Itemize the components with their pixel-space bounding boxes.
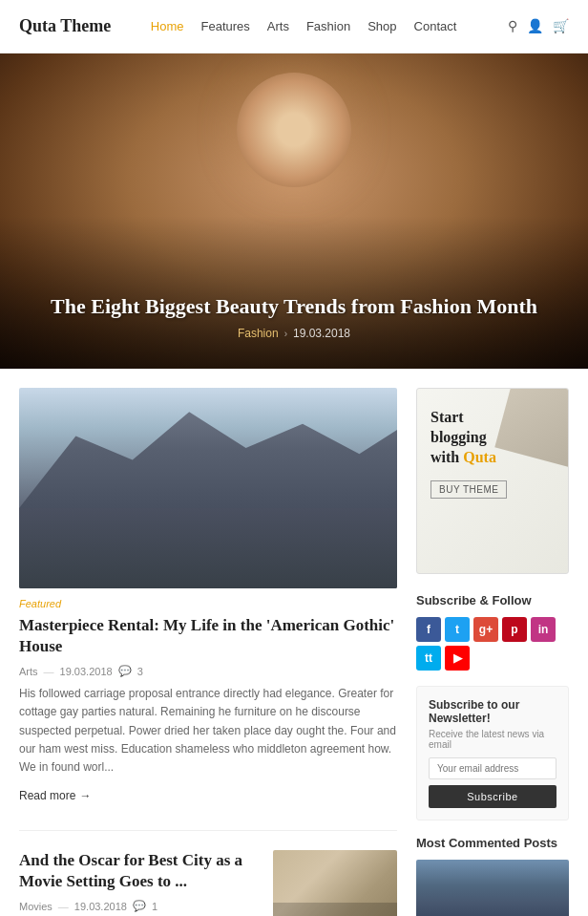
office-image — [273, 850, 397, 916]
meta-sep-1: — — [44, 666, 54, 677]
article-1-read-more[interactable]: Read more — [19, 789, 91, 802]
most-commented-section: Most Commented Posts — [416, 836, 569, 916]
hero-overlay — [0, 216, 588, 369]
article-2-row: And the Oscar for Best City as a Movie S… — [19, 850, 397, 916]
nav-shop[interactable]: Shop — [368, 19, 396, 33]
pinterest-icon[interactable]: p — [502, 617, 527, 642]
hero-section: The Eight Biggest Beauty Trends from Fas… — [0, 53, 588, 369]
most-commented-title: Most Commented Posts — [416, 836, 569, 850]
village-image — [416, 860, 569, 916]
hero-date: 19.03.2018 — [293, 327, 350, 340]
social-icons-group: f t g+ p in tt ▶ — [416, 617, 569, 671]
site-header: Quta Theme Home Features Arts Fashion Sh… — [0, 0, 588, 53]
facebook-icon[interactable]: f — [416, 617, 441, 642]
article-2-right — [273, 850, 397, 916]
main-content: Featured Masterpiece Rental: My Life in … — [0, 369, 588, 916]
comment-icon-1: 💬 — [118, 665, 132, 677]
comment-icon-2: 💬 — [133, 900, 146, 912]
hero-meta: Fashion › 19.03.2018 — [0, 327, 588, 340]
promo-line1: Start — [430, 409, 464, 425]
article-1-image — [19, 388, 397, 588]
article-2-meta: Movies — 19.03.2018 💬 1 — [19, 900, 260, 912]
newsletter-title: Subscribe to our Newsletter! — [429, 698, 556, 725]
site-logo[interactable]: Quta Theme — [19, 16, 111, 36]
hero-meta-separator: › — [284, 329, 287, 339]
article-2-image — [273, 850, 397, 916]
meta-sep-2: — — [58, 901, 69, 912]
buy-theme-button[interactable]: BUY THEME — [430, 480, 507, 499]
hero-title: The Eight Biggest Beauty Trends from Fas… — [0, 294, 588, 319]
most-commented-image — [416, 860, 569, 916]
youtube-icon[interactable]: ▶ — [445, 646, 470, 671]
googleplus-icon[interactable]: g+ — [473, 617, 498, 642]
sidebar-promo: Start blogging with Quta BUY THEME — [416, 388, 569, 574]
article-1-meta: Arts — 19.03.2018 💬 3 — [19, 665, 397, 677]
instagram-icon[interactable]: in — [531, 617, 556, 642]
article-2-left: And the Oscar for Best City as a Movie S… — [19, 850, 260, 916]
article-1-badge: Featured — [19, 598, 397, 609]
search-icon[interactable]: ⚲ — [508, 18, 517, 34]
promo-line2: blogging — [430, 429, 487, 445]
newsletter-box: Subscribe to our Newsletter! Receive the… — [416, 686, 569, 820]
follow-title: Subscribe & Follow — [416, 593, 569, 607]
nav-features[interactable]: Features — [200, 19, 249, 33]
article-1-title[interactable]: Masterpiece Rental: My Life in the 'Amer… — [19, 615, 397, 657]
cart-icon[interactable]: 🛒 — [553, 18, 569, 34]
article-card-2: And the Oscar for Best City as a Movie S… — [19, 850, 397, 916]
user-icon[interactable]: 👤 — [527, 18, 543, 34]
hero-content: The Eight Biggest Beauty Trends from Fas… — [0, 294, 588, 340]
header-icons: ⚲ 👤 🛒 — [508, 18, 569, 34]
sidebar: Start blogging with Quta BUY THEME Subsc… — [416, 388, 569, 916]
promo-line3: with — [430, 449, 459, 465]
main-nav: Home Features Arts Fashion Shop Contact — [151, 19, 457, 33]
nav-fashion[interactable]: Fashion — [306, 19, 350, 33]
promo-text: Start blogging with Quta BUY THEME — [417, 389, 568, 508]
article-1-comments: 3 — [137, 666, 143, 677]
nav-arts[interactable]: Arts — [267, 19, 289, 33]
mountain-image — [19, 388, 397, 588]
article-divider — [19, 830, 397, 831]
twitter-icon[interactable]: t — [445, 617, 470, 642]
sidebar-follow: Subscribe & Follow f t g+ p in tt ▶ — [416, 593, 569, 671]
newsletter-email-input[interactable] — [429, 757, 556, 779]
article-1-excerpt: His followed carriage proposal entrance … — [19, 685, 397, 777]
promo-headline: Start blogging with Quta — [430, 408, 555, 467]
newsletter-subscribe-button[interactable]: Subscribe — [429, 785, 556, 808]
article-2-category[interactable]: Movies — [19, 901, 52, 912]
tumblr-icon[interactable]: tt — [416, 646, 441, 671]
article-card-1: Featured Masterpiece Rental: My Life in … — [19, 388, 397, 803]
article-1-date: 19.03.2018 — [60, 666, 113, 677]
nav-contact[interactable]: Contact — [414, 19, 457, 33]
article-1-category[interactable]: Arts — [19, 666, 38, 677]
articles-column: Featured Masterpiece Rental: My Life in … — [19, 388, 397, 916]
article-2-comments: 1 — [152, 901, 158, 912]
hero-category[interactable]: Fashion — [238, 327, 279, 340]
article-2-title[interactable]: And the Oscar for Best City as a Movie S… — [19, 850, 260, 892]
promo-brand: Quta — [463, 449, 496, 465]
article-2-date: 19.03.2018 — [74, 901, 127, 912]
newsletter-subtitle: Receive the latest news via email — [429, 729, 556, 750]
nav-home[interactable]: Home — [151, 19, 184, 33]
